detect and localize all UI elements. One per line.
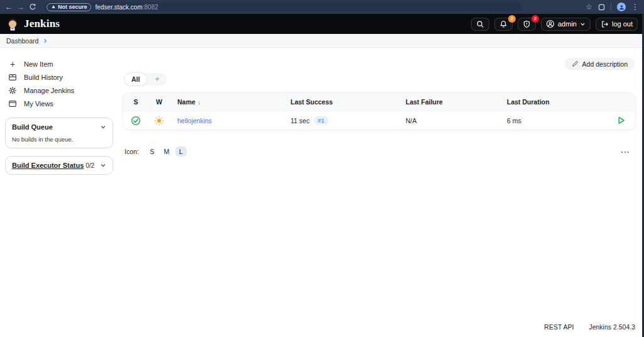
sidebar-item-manage-jenkins[interactable]: Manage Jenkins	[5, 84, 113, 97]
build-number-badge[interactable]: #1	[314, 116, 328, 124]
back-icon[interactable]: ←	[5, 3, 13, 11]
build-queue-title: Build Queue	[12, 123, 53, 131]
chevron-down-icon	[580, 21, 586, 27]
overflow-menu-icon[interactable]: •••	[621, 149, 630, 155]
security-warning-badge: 2	[531, 15, 539, 23]
header-actions: 2 2 admin log out	[471, 18, 638, 31]
build-executor-header[interactable]: Build Executor Status 0/2	[12, 162, 106, 169]
divider	[611, 3, 611, 11]
add-description-label: Add description	[582, 60, 628, 68]
column-header-last-failure[interactable]: Last Failure	[398, 98, 499, 106]
breadcrumb-chevron-icon	[43, 38, 48, 43]
sidebar: + New Item Build History Manage Jenkins	[5, 57, 113, 175]
sidebar-item-new-item[interactable]: + New Item	[5, 57, 113, 70]
security-warnings-button[interactable]: 2	[518, 18, 536, 31]
build-executor-panel: Build Executor Status 0/2	[5, 156, 113, 175]
tabs-icon[interactable]	[598, 4, 605, 11]
build-executor-title[interactable]: Build Executor Status	[12, 162, 84, 169]
job-link[interactable]: hellojenkins	[177, 117, 212, 124]
column-header-name[interactable]: Name↓	[170, 98, 283, 106]
icon-size-medium[interactable]: M	[161, 146, 172, 157]
sunny-weather-icon	[154, 116, 164, 126]
build-history-icon	[8, 73, 18, 82]
last-duration-cell: 6 ms	[499, 117, 606, 124]
pencil-icon	[572, 60, 579, 67]
user-name: admin	[558, 20, 577, 28]
sort-arrow-icon: ↓	[198, 99, 201, 106]
address-bar[interactable]: ▲ Not secure fedser.stack.com:8082	[43, 2, 521, 12]
add-description-button[interactable]: Add description	[565, 58, 635, 70]
icon-size-label: Icon:	[125, 148, 139, 155]
icon-size-legend: Icon: S M L •••	[125, 146, 635, 157]
reload-icon[interactable]	[29, 3, 36, 11]
url-port: :8082	[142, 4, 158, 11]
breadcrumb: Dashboard	[0, 34, 644, 48]
chevron-down-icon	[100, 162, 106, 168]
job-name-cell: hellojenkins	[170, 117, 283, 124]
build-status-cell[interactable]	[123, 116, 148, 126]
bookmark-star-icon[interactable]: ☆	[586, 3, 592, 11]
jenkins-version: Jenkins 2.504.3	[589, 323, 635, 331]
not-secure-label: Not secure	[58, 4, 87, 10]
user-icon	[546, 19, 555, 28]
play-icon	[616, 116, 626, 125]
column-header-status[interactable]: S	[123, 98, 148, 106]
main-panel: Add description All + S W Name↓ Last Suc…	[123, 48, 635, 337]
rest-api-link[interactable]: REST API	[544, 323, 574, 331]
jenkins-header: Jenkins 2 2 admin	[0, 14, 644, 34]
build-queue-header[interactable]: Build Queue	[12, 123, 106, 131]
notification-badge: 2	[508, 15, 516, 23]
search-button[interactable]	[471, 18, 489, 31]
logout-button[interactable]: log out	[596, 18, 638, 31]
job-table: S W Name↓ Last Success Last Failure Last…	[123, 93, 635, 130]
browser-actions: ☆ ⋮	[586, 3, 639, 11]
table-header-row: S W Name↓ Last Success Last Failure Last…	[123, 93, 635, 111]
sidebar-item-label: My Views	[24, 100, 53, 108]
build-queue-empty-text: No builds in the queue.	[12, 136, 106, 143]
search-icon	[476, 20, 484, 28]
sidebar-item-my-views[interactable]: My Views	[5, 97, 113, 110]
warning-triangle-icon: ▲	[51, 4, 56, 9]
success-check-icon	[131, 116, 141, 126]
sidebar-item-label: New Item	[24, 60, 53, 68]
last-failure-cell: N/A	[398, 117, 499, 124]
shield-icon	[523, 20, 531, 28]
last-success-value: 11 sec	[291, 117, 309, 124]
logout-label: log out	[612, 20, 633, 28]
breadcrumb-dashboard[interactable]: Dashboard	[6, 37, 38, 45]
table-row: hellojenkins 11 sec #1 N/A 6 ms	[123, 111, 635, 130]
url-text: fedser.stack.com:8082	[95, 4, 158, 11]
new-view-button[interactable]: +	[147, 75, 167, 84]
my-views-icon	[8, 99, 18, 108]
kebab-menu-icon[interactable]: ⋮	[631, 3, 639, 11]
user-menu-button[interactable]: admin	[541, 18, 591, 31]
last-success-cell: 11 sec #1	[283, 116, 398, 124]
actions-cell	[606, 116, 635, 125]
bell-icon	[499, 20, 508, 28]
page-content: + New Item Build History Manage Jenkins	[0, 48, 644, 337]
sidebar-item-build-history[interactable]: Build History	[5, 70, 113, 84]
chevron-down-icon	[100, 124, 106, 130]
view-tabs: All +	[125, 73, 167, 86]
sidebar-item-label: Build History	[24, 74, 63, 81]
forward-icon[interactable]: →	[17, 3, 25, 11]
notifications-button[interactable]: 2	[494, 18, 513, 31]
gear-icon	[8, 86, 18, 95]
logout-icon	[601, 20, 609, 28]
icon-size-small[interactable]: S	[147, 146, 158, 157]
column-header-weather[interactable]: W	[148, 98, 170, 106]
profile-avatar[interactable]	[617, 3, 626, 11]
page-footer: REST API Jenkins 2.504.3	[544, 323, 635, 331]
weather-cell[interactable]	[148, 116, 170, 126]
jenkins-wordmark[interactable]: Jenkins	[24, 18, 60, 30]
jenkins-logo[interactable]	[6, 17, 19, 31]
column-header-last-duration[interactable]: Last Duration	[499, 98, 606, 106]
sidebar-item-label: Manage Jenkins	[24, 87, 74, 94]
not-secure-chip[interactable]: ▲ Not secure	[47, 3, 91, 11]
icon-size-large[interactable]: L	[175, 146, 187, 157]
tab-all[interactable]: All	[125, 73, 147, 86]
run-build-button[interactable]	[616, 116, 626, 125]
executor-count: 0/2	[86, 162, 94, 169]
plus-icon: +	[8, 60, 18, 69]
column-header-last-success[interactable]: Last Success	[283, 98, 398, 106]
